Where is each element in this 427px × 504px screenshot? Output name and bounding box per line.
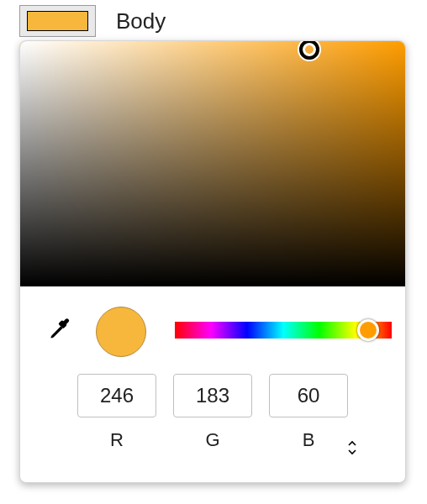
color-picker-panel: 246 R 183 G 60 B [19,40,406,483]
saturation-value-field[interactable] [20,41,405,286]
color-mode-toggle[interactable] [345,440,360,459]
sv-black-layer [20,41,405,286]
b-input[interactable]: 60 [269,374,348,417]
eyedropper-button[interactable] [47,318,72,344]
svg-rect-0 [62,319,69,326]
swatch-title: Body [116,8,166,34]
r-input[interactable]: 246 [77,374,156,417]
chevron-up-down-icon [347,439,357,459]
color-swatch-button[interactable] [19,5,96,37]
g-input[interactable]: 183 [173,374,252,417]
hue-slider-handle[interactable] [357,319,379,341]
b-label: B [303,429,315,451]
r-label: R [110,429,124,451]
g-label: G [205,429,219,451]
r-cell: 246 R [77,374,156,451]
b-cell: 60 B [269,374,348,451]
color-swatch-preview [27,11,88,31]
picker-controls-row [20,302,405,360]
eyedropper-icon [48,318,71,344]
color-preview-circle [96,307,146,357]
hue-slider[interactable] [175,322,392,339]
g-cell: 183 G [173,374,252,451]
